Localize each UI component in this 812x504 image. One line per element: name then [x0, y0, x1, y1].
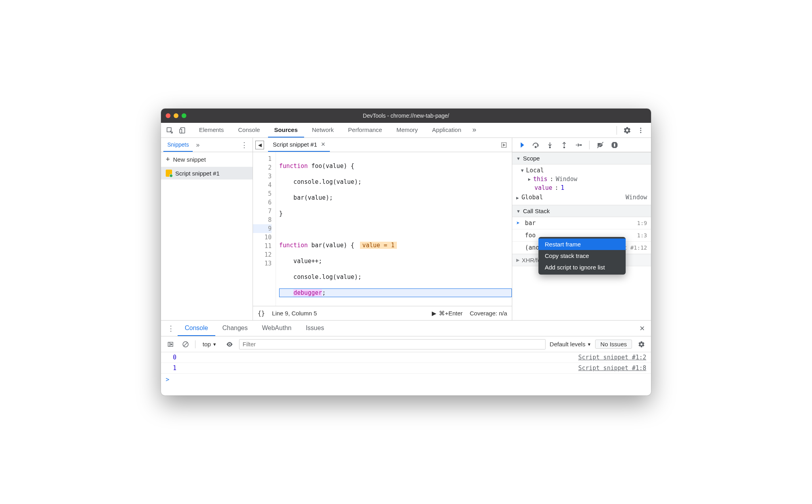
callstack-section-header[interactable]: ▼ Call Stack — [512, 205, 651, 217]
step-out-button[interactable] — [558, 139, 570, 151]
tab-console[interactable]: Console — [232, 123, 266, 137]
editor-tabbar: ◀ Script snippet #1 × — [253, 138, 512, 152]
svg-line-18 — [184, 342, 188, 346]
svg-point-3 — [640, 128, 642, 129]
deactivate-breakpoints-button[interactable] — [594, 139, 606, 151]
clear-console-icon[interactable] — [180, 339, 191, 350]
svg-point-5 — [640, 132, 642, 133]
console-settings-gear-icon[interactable] — [636, 339, 647, 350]
tab-elements[interactable]: Elements — [193, 123, 230, 137]
tab-network[interactable]: Network — [306, 123, 340, 137]
window-title: DevTools - chrome://new-tab-page/ — [161, 113, 651, 119]
log-source-link[interactable]: Script snippet #1:2 — [578, 354, 646, 361]
step-into-button[interactable] — [544, 139, 556, 151]
snippet-item-label: Script snippet #1 — [175, 170, 220, 177]
console-body: 0 Script snippet #1:2 1 Script snippet #… — [161, 352, 651, 395]
drawer-tab-console[interactable]: Console — [178, 321, 215, 336]
pause-exceptions-button[interactable] — [609, 139, 620, 151]
svg-point-19 — [229, 344, 230, 345]
plus-icon: + — [166, 155, 170, 164]
log-value: 0 — [173, 354, 176, 361]
drawer-tabstrip: ⋮ Console Changes WebAuthn Issues × — [161, 321, 651, 336]
callstack-frame[interactable]: ➤bar 1:9 — [512, 217, 651, 229]
svg-point-10 — [580, 144, 582, 145]
titlebar: DevTools - chrome://new-tab-page/ — [161, 109, 651, 123]
console-prompt[interactable]: > — [161, 374, 651, 386]
tab-sources[interactable]: Sources — [268, 123, 304, 137]
console-sidebar-icon[interactable] — [165, 339, 176, 350]
svg-rect-14 — [614, 143, 615, 146]
navigator-kebab-icon[interactable]: ⋮ — [238, 141, 250, 149]
scope-this[interactable]: ▶this: Window — [512, 175, 651, 183]
snippet-item[interactable]: Script snippet #1 — [161, 167, 253, 179]
run-to-cursor-icon[interactable] — [498, 139, 509, 151]
drawer: ⋮ Console Changes WebAuthn Issues × top▼… — [161, 320, 651, 395]
line-gutter: 12345678910111213 — [253, 152, 276, 306]
minimize-window-button[interactable] — [174, 113, 178, 118]
close-window-button[interactable] — [166, 113, 170, 118]
resume-button[interactable] — [515, 139, 527, 151]
tab-performance[interactable]: Performance — [342, 123, 389, 137]
svg-point-4 — [640, 130, 642, 131]
debugger-toolbar — [512, 138, 651, 152]
console-log-row[interactable]: 1 Script snippet #1:8 — [161, 363, 651, 374]
coverage-status: Coverage: n/a — [470, 310, 507, 317]
tab-application[interactable]: Application — [426, 123, 467, 137]
code-content[interactable]: function foo(value) { console.log(value)… — [276, 152, 512, 306]
maximize-window-button[interactable] — [182, 113, 186, 118]
ctx-add-ignore-list[interactable]: Add script to ignore list — [538, 262, 626, 273]
main-tab-strip: Elements Console Sources Network Perform… — [161, 123, 651, 138]
play-icon: ▶ — [432, 310, 437, 317]
drawer-tab-webauthn[interactable]: WebAuthn — [255, 321, 299, 336]
editor-tab[interactable]: Script snippet #1 × — [268, 138, 330, 152]
step-over-button[interactable] — [530, 139, 542, 151]
log-source-link[interactable]: Script snippet #1:8 — [578, 365, 646, 372]
toggle-navigator-icon[interactable]: ◀ — [255, 141, 264, 149]
live-expression-icon[interactable] — [224, 339, 235, 350]
sources-body: Snippets » ⋮ + New snippet Script snippe… — [161, 138, 651, 320]
current-frame-icon: ➤ — [516, 220, 522, 227]
editor-statusbar: {} Line 9, Column 5 ▶ ⌘+Enter Coverage: … — [253, 306, 512, 320]
issues-pill[interactable]: No Issues — [595, 340, 632, 349]
inspect-element-icon[interactable] — [164, 125, 175, 136]
pretty-print-icon[interactable]: {} — [258, 310, 265, 317]
navigator-pane: Snippets » ⋮ + New snippet Script snippe… — [161, 138, 253, 320]
svg-point-9 — [564, 147, 565, 148]
new-snippet-button[interactable]: + New snippet — [161, 152, 253, 167]
drawer-tab-changes[interactable]: Changes — [215, 321, 255, 336]
console-log-row[interactable]: 0 Script snippet #1:2 — [161, 352, 651, 363]
ctx-copy-stack-trace[interactable]: Copy stack trace — [538, 250, 626, 262]
tab-memory[interactable]: Memory — [390, 123, 424, 137]
navigator-tabbar: Snippets » ⋮ — [161, 138, 253, 152]
scope-global[interactable]: ▶ Global Window — [512, 192, 651, 202]
svg-rect-2 — [180, 129, 182, 133]
drawer-kebab-icon[interactable]: ⋮ — [164, 321, 178, 336]
scope-local[interactable]: ▼Local — [512, 166, 651, 175]
editor-tab-close-icon[interactable]: × — [321, 140, 326, 149]
step-button[interactable] — [573, 139, 584, 151]
code-area[interactable]: 12345678910111213 function foo(value) { … — [253, 152, 512, 306]
device-toolbar-icon[interactable] — [177, 125, 188, 136]
run-snippet-hint[interactable]: ▶ ⌘+Enter — [432, 310, 463, 317]
settings-gear-icon[interactable] — [622, 125, 633, 136]
scope-section-header[interactable]: ▼ Scope — [512, 152, 651, 164]
scope-value[interactable]: value: 1 — [512, 183, 651, 192]
log-value: 1 — [173, 365, 176, 372]
collapse-icon: ▼ — [516, 156, 521, 161]
drawer-close-icon[interactable]: × — [636, 321, 648, 336]
ctx-restart-frame[interactable]: Restart frame — [538, 239, 626, 250]
log-levels-select[interactable]: Default levels▼ — [550, 341, 591, 347]
more-vert-icon[interactable] — [635, 125, 646, 136]
execution-context-select[interactable]: top▼ — [199, 340, 220, 348]
scope-body: ▼Local ▶this: Window value: 1 ▶ Global W… — [512, 164, 651, 205]
console-filter-input[interactable] — [239, 339, 546, 349]
drawer-tab-issues[interactable]: Issues — [299, 321, 331, 336]
console-toolbar: top▼ Default levels▼ No Issues — [161, 336, 651, 352]
traffic-lights — [166, 113, 186, 118]
svg-point-7 — [535, 146, 536, 147]
navigator-tab-snippets[interactable]: Snippets — [163, 138, 193, 152]
navigator-more-icon[interactable]: » — [196, 141, 199, 149]
svg-point-8 — [550, 147, 551, 148]
more-tabs-chevron-icon[interactable]: » — [469, 123, 479, 137]
devtools-window: DevTools - chrome://new-tab-page/ Elemen… — [161, 109, 651, 395]
